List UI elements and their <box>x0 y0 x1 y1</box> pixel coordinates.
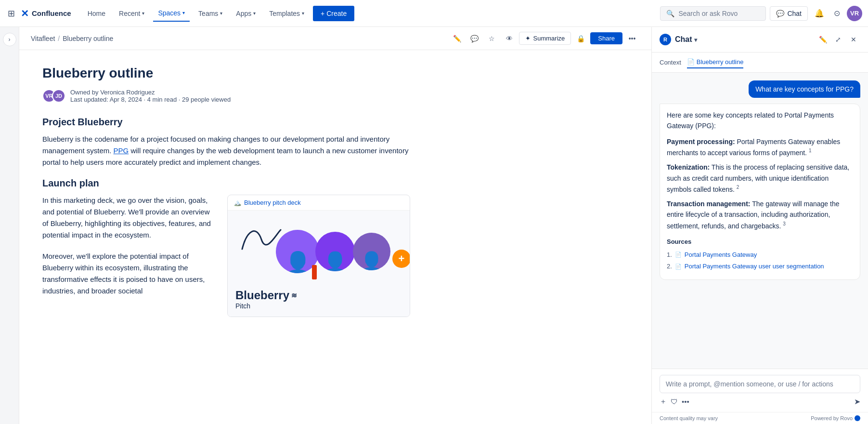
author-label: Owned by Veronica Rodriguez <box>70 89 231 96</box>
lock-icon[interactable]: 🔒 <box>573 31 588 46</box>
breadcrumb-separator: / <box>58 35 60 42</box>
ai-message-bubble: Here are some key concepts related to Po… <box>660 104 860 280</box>
toolbar-actions: ✏️ 💬 ☆ 👁 ✦ Summarize 🔒 Share ••• <box>450 31 640 46</box>
sidebar-toggle-button[interactable]: › <box>3 33 16 46</box>
mountain-icon: 🏔️ <box>233 199 241 206</box>
content-area: Vitafleet / Blueberry outline ✏️ 💬 ☆ 👁 ✦… <box>19 27 651 424</box>
nav-item-templates[interactable]: Templates ▾ <box>264 6 309 21</box>
confluence-logo-icon: ✕ <box>21 8 29 19</box>
expand-icon[interactable]: ⤢ <box>831 33 845 46</box>
nav-item-teams[interactable]: Teams ▾ <box>194 6 227 21</box>
edit-chat-icon[interactable]: ✏️ <box>816 33 829 46</box>
confluence-logo[interactable]: ✕ Confluence <box>21 8 71 19</box>
chat-input-box[interactable]: Write a prompt, @mention someone, or use… <box>660 375 860 393</box>
plus-circle: + <box>392 250 410 268</box>
source-2-label: Portal Payments Gateway user user segmen… <box>685 262 824 272</box>
source-2-icon: 📄 <box>675 263 682 271</box>
concept-3: Transaction management: The gateway will… <box>667 199 853 231</box>
author-avatars: VR JD <box>42 89 65 103</box>
context-tab-label[interactable]: Context <box>660 57 681 68</box>
close-icon[interactable]: ✕ <box>847 33 860 46</box>
edit-icon[interactable]: ✏️ <box>450 31 465 46</box>
chevron-down-icon: ▾ <box>182 10 185 15</box>
chat-icon: 💬 <box>776 10 784 17</box>
more-options-icon[interactable]: ••• <box>682 398 689 406</box>
notification-icon[interactable]: 🔔 <box>812 6 827 21</box>
star-icon[interactable]: ☆ <box>484 31 500 46</box>
powered-by-text: Powered by Rovo <box>811 415 853 421</box>
shield-icon[interactable]: 🛡 <box>671 398 678 406</box>
user-avatar[interactable]: VR <box>847 6 862 21</box>
search-icon: 🔍 <box>666 10 674 17</box>
section2-text2: Moreover, we'll explore the potential im… <box>42 251 216 297</box>
ai-response-intro: Here are some key concepts related to Po… <box>667 110 853 132</box>
chevron-down-icon: ▾ <box>142 11 144 16</box>
section2-title: Launch plan <box>42 178 410 189</box>
breadcrumb: Vitafleet / Blueberry outline <box>31 35 446 42</box>
view-icon[interactable]: 👁 <box>502 31 517 46</box>
source-1[interactable]: 1. 📄 Portal Payments Gateway <box>667 250 853 260</box>
quality-notice: Content quality may vary <box>660 415 718 421</box>
breadcrumb-parent[interactable]: Vitafleet <box>31 35 55 42</box>
nav-item-spaces[interactable]: Spaces ▾ <box>153 5 190 22</box>
breadcrumb-current: Blueberry outline <box>63 35 113 42</box>
concept-1: Payment processing: Portal Payments Gate… <box>667 136 853 158</box>
chevron-down-icon: ▾ <box>253 11 256 16</box>
section1-title: Project Blueberry <box>42 117 410 128</box>
context-tab-page[interactable]: 📄 Blueberry outline <box>687 56 744 68</box>
author-info: Owned by Veronica Rodriguez Last updated… <box>70 89 231 103</box>
page-meta: Last updated: Apr 8, 2024 · 4 min read ·… <box>70 96 231 103</box>
chat-title: Chat ▾ <box>675 35 812 44</box>
concept-2-term: Tokenization: <box>667 163 710 171</box>
ai-message: Here are some key concepts related to Po… <box>660 104 860 280</box>
context-page-name: Blueberry outline <box>697 58 744 66</box>
summarize-button[interactable]: ✦ Summarize <box>519 32 571 45</box>
search-placeholder: Search or ask Rovo <box>678 10 738 17</box>
concept-3-term: Transaction management: <box>667 200 751 208</box>
chat-button-label: Chat <box>787 10 802 17</box>
comment-icon[interactable]: 💬 <box>467 31 482 46</box>
grid-icon[interactable]: ⊞ <box>6 6 17 21</box>
source-1-label: Portal Payments Gateway <box>685 250 757 260</box>
page-title: Blueberry outline <box>42 66 410 81</box>
page-content: Blueberry outline VR JD Owned by Veronic… <box>19 50 433 424</box>
context-bar: Context 📄 Blueberry outline <box>652 53 868 73</box>
share-button[interactable]: Share <box>590 32 622 44</box>
confluence-logo-text: Confluence <box>32 9 71 17</box>
pitch-deck-card[interactable]: 🏔️ Blueberry pitch deck <box>227 195 410 317</box>
source-2-num: 2. <box>667 262 672 272</box>
summarize-label: Summarize <box>533 35 565 42</box>
sidebar-toggle: › <box>0 27 19 424</box>
chat-panel: R Chat ▾ ✏️ ⤢ ✕ Context 📄 Blueberry outl… <box>651 27 868 424</box>
nav-item-recent[interactable]: Recent ▾ <box>114 6 149 21</box>
main-layout: › Vitafleet / Blueberry outline ✏️ 💬 ☆ 👁… <box>0 27 868 424</box>
author-row: VR JD Owned by Veronica Rodriguez Last u… <box>42 89 410 103</box>
chat-button[interactable]: 💬 Chat <box>770 6 808 21</box>
chat-header-icons: ✏️ ⤢ ✕ <box>816 33 860 46</box>
nav-right: 🔍 Search or ask Rovo 💬 Chat 🔔 ⊙ VR <box>660 6 862 21</box>
author-avatar-2: JD <box>52 89 65 103</box>
concept-3-ref: 3 <box>783 221 786 226</box>
help-icon[interactable]: ⊙ <box>831 6 843 21</box>
chat-title-chevron[interactable]: ▾ <box>694 37 697 43</box>
chat-messages: What are key concepts for PPG? Here are … <box>652 73 868 369</box>
sources-label: Sources <box>667 237 853 247</box>
search-box[interactable]: 🔍 Search or ask Rovo <box>660 6 766 21</box>
page-toolbar: Vitafleet / Blueberry outline ✏️ 💬 ☆ 👁 ✦… <box>19 27 651 50</box>
source-2[interactable]: 2. 📄 Portal Payments Gateway user user s… <box>667 262 853 272</box>
concept-2-ref: 2 <box>737 185 739 190</box>
ppg-link[interactable]: PPG <box>114 146 129 155</box>
create-button[interactable]: + Create <box>313 6 354 21</box>
person-circle-3: 👤 <box>353 233 390 270</box>
add-icon[interactable]: ＋ <box>660 397 667 406</box>
section2-text1: In this marketing deck, we go over the v… <box>42 195 216 241</box>
nav-item-home[interactable]: Home <box>83 6 110 21</box>
rovo-icon: R <box>660 34 671 45</box>
nav-item-apps[interactable]: Apps ▾ <box>231 6 260 21</box>
top-navigation: ⊞ ✕ Confluence Home Recent ▾ Spaces ▾ Te… <box>0 0 868 27</box>
pitch-title-text: Blueberry <box>235 289 289 302</box>
pitch-subtitle: Pitch <box>235 302 297 310</box>
send-icon[interactable]: ➤ <box>854 397 860 406</box>
two-column-layout: In this marketing deck, we go over the v… <box>42 195 410 317</box>
more-icon[interactable]: ••• <box>624 31 640 46</box>
